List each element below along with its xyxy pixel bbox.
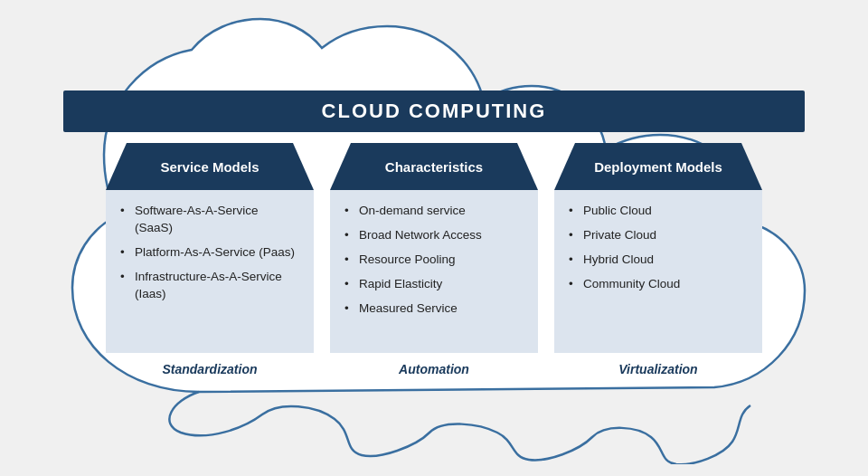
- column-2: Deployment ModelsPublic CloudPrivate Clo…: [554, 143, 762, 376]
- column-1-item-3: Rapid Elasticity: [344, 276, 524, 293]
- column-header-2: Deployment Models: [554, 143, 762, 190]
- main-content: CLOUD COMPUTING Service ModelsSoftware-A…: [63, 90, 805, 376]
- column-footer-1: Automation: [399, 362, 469, 376]
- column-2-item-2: Hybrid Cloud: [569, 252, 748, 269]
- cloud-container: CLOUD COMPUTING Service ModelsSoftware-A…: [18, 12, 850, 464]
- column-0-item-1: Platform-As-A-Service (Paas): [120, 244, 299, 262]
- column-0-item-2: Infrastructure-As-A-Service (Iaas): [120, 269, 299, 303]
- column-1-item-1: Broad Network Access: [344, 227, 524, 244]
- column-footer-2: Virtualization: [618, 362, 697, 376]
- column-header-1: Characteristics: [330, 143, 538, 190]
- column-1-item-0: On-demand service: [344, 203, 524, 220]
- column-2-item-1: Private Cloud: [569, 227, 748, 244]
- column-header-0: Service Models: [106, 143, 314, 190]
- column-body-0: Software-As-A-Service (SaaS)Platform-As-…: [106, 190, 314, 353]
- column-1-item-2: Resource Pooling: [344, 252, 524, 269]
- column-body-1: On-demand serviceBroad Network AccessRes…: [330, 190, 538, 353]
- column-0-item-0: Software-As-A-Service (SaaS): [120, 203, 299, 237]
- columns-container: Service ModelsSoftware-As-A-Service (Saa…: [63, 143, 805, 376]
- column-1-item-4: Measured Service: [344, 300, 524, 318]
- column-2-item-3: Community Cloud: [569, 276, 748, 293]
- column-0: Service ModelsSoftware-As-A-Service (Saa…: [106, 143, 314, 376]
- column-1: CharacteristicsOn-demand serviceBroad Ne…: [330, 143, 538, 376]
- column-2-item-0: Public Cloud: [569, 203, 748, 220]
- column-body-2: Public CloudPrivate CloudHybrid CloudCom…: [554, 190, 762, 353]
- main-title: CLOUD COMPUTING: [63, 90, 805, 132]
- column-footer-0: Standardization: [162, 362, 257, 376]
